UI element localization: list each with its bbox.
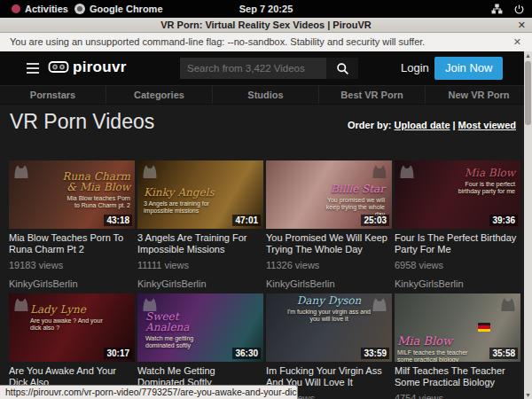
search-input[interactable] <box>180 58 326 79</box>
video-thumbnail[interactable]: Mia BlowMILF teaches the teacher some pr… <box>395 293 520 362</box>
order-by-separator: | <box>453 120 456 130</box>
nav-item-categories[interactable]: Categories <box>106 86 213 104</box>
video-thumbnail[interactable]: Lady LyneAre you awake ? And your dick a… <box>9 293 135 362</box>
system-top-bar: Activities Google Chrome Sep 7 20:25 <box>0 0 532 18</box>
video-thumbnail[interactable]: Runa Charm & Mia BlowMia Blow teaches Po… <box>9 160 135 229</box>
video-card[interactable]: Kinky Angels3 Angels are training for im… <box>137 160 263 293</box>
video-card[interactable]: Mia BlowFour is the perfect birthday par… <box>395 160 520 293</box>
main-nav: Pornstars Categories Studios Best VR Por… <box>0 85 532 105</box>
video-views: 6958 views <box>395 260 520 270</box>
video-thumbnail[interactable]: Kinky Angels3 Angels are training for im… <box>137 160 263 229</box>
video-studio-link[interactable]: KinkyGirlsBerlin <box>266 278 392 289</box>
thumb-overlay-text: Billie StarYou promised we will keep try… <box>321 184 385 218</box>
video-duration-badge: 25:03 <box>361 215 389 226</box>
menu-hamburger-icon[interactable] <box>27 63 39 74</box>
studio-cat-logo-icon <box>499 297 517 312</box>
video-card[interactable]: Lady LyneAre you awake ? And your dick a… <box>9 293 135 399</box>
video-card[interactable]: Billie StarYou promised we will keep try… <box>266 160 392 293</box>
video-duration-badge: 47:01 <box>232 215 261 226</box>
site-logo-text: pirouvr <box>73 59 127 76</box>
order-by-most-viewed-link[interactable]: Most viewed <box>458 120 516 130</box>
video-duration-badge: 39:36 <box>489 215 518 226</box>
nav-item-new-vr[interactable]: New VR Porn <box>426 86 532 104</box>
video-thumbnail[interactable]: Dany DysonI'm fucking your virgin ass an… <box>266 293 392 362</box>
order-by-label: Order by: <box>348 120 392 130</box>
video-card[interactable]: Sweet AnalenaWatch me getting dominated … <box>137 293 263 399</box>
login-link[interactable]: Login <box>401 61 429 74</box>
video-title-link[interactable]: Milf Teaches The Teacher Some Practical … <box>395 365 520 388</box>
video-thumbnail[interactable]: Sweet AnalenaWatch me getting dominated … <box>137 293 263 362</box>
video-title-link[interactable]: Four Is The Perfect Birthday Party For M… <box>395 232 520 255</box>
order-by-bar: Order by: Upload date|Most viewed <box>348 120 516 130</box>
vr-goggles-icon <box>48 60 69 74</box>
video-title-link[interactable]: 3 Angels Are Training For Impossible Mis… <box>137 232 263 255</box>
browser-viewport: pirouvr Login Join Now Pornstars Categor… <box>0 51 532 399</box>
video-duration-badge: 35:58 <box>489 348 518 359</box>
video-duration-badge: 43:18 <box>104 215 132 226</box>
thumb-overlay-text: Lady LyneAre you awake ? And your dick a… <box>30 304 105 332</box>
site-header: pirouvr Login Join Now <box>0 51 532 85</box>
thumb-overlay-text: Sweet AnalenaWatch me getting dominated … <box>145 311 216 349</box>
video-studio-link[interactable]: KinkyGirlsBerlin <box>137 278 263 289</box>
site-logo[interactable]: pirouvr <box>48 59 127 76</box>
video-views: 11111 views <box>137 260 263 270</box>
scrollbar-down-arrow-icon[interactable]: ▼ <box>524 391 532 399</box>
video-views: 19183 views <box>9 260 135 270</box>
video-views: 11326 views <box>266 260 392 270</box>
page-title: VR Porn Videos <box>10 110 154 134</box>
infobar-close-icon[interactable]: ✕ <box>513 33 521 51</box>
infobar-message: You are using an unsupported command-lin… <box>10 36 425 47</box>
studio-cat-logo-icon <box>12 164 30 179</box>
scrollbar-thumb[interactable] <box>525 61 531 125</box>
status-bar-url: https://pirouvr.com/vr-porn-video/779325… <box>0 385 298 399</box>
nav-item-best-vr[interactable]: Best VR Porn <box>319 86 426 104</box>
studio-cat-logo-icon <box>398 164 416 179</box>
order-by-upload-date-link[interactable]: Upload date <box>395 120 450 130</box>
studio-cat-logo-icon <box>12 297 30 312</box>
nav-item-studios[interactable]: Studios <box>213 86 319 104</box>
video-thumbnail[interactable]: Mia BlowFour is the perfect birthday par… <box>395 160 520 229</box>
video-views: 4754 views <box>395 393 520 399</box>
video-card[interactable]: Dany DysonI'm fucking your virgin ass an… <box>266 293 392 399</box>
studio-cat-logo-icon <box>371 164 388 179</box>
video-title-link[interactable]: You Promised We Will Keep Trying The Who… <box>266 232 392 255</box>
video-duration-badge: 36:30 <box>232 348 261 359</box>
studio-cat-logo-icon <box>141 164 159 179</box>
sandbox-warning-infobar: You are using an unsupported command-lin… <box>0 33 532 51</box>
clock[interactable]: Sep 7 20:25 <box>0 0 532 18</box>
search-icon <box>336 62 349 75</box>
video-studio-link[interactable]: KinkyGirlsBerlin <box>9 278 135 289</box>
scrollbar-up-arrow-icon[interactable]: ▲ <box>524 51 532 59</box>
window-titlebar: VR Porn: Virtual Reality Sex Videos | Pi… <box>0 18 532 33</box>
nav-item-pornstars[interactable]: Pornstars <box>0 86 106 104</box>
thumb-overlay-text: Mia BlowMILF teaches the teacher some pr… <box>397 336 482 362</box>
search-button[interactable] <box>326 58 358 79</box>
join-now-button[interactable]: Join Now <box>434 57 503 80</box>
video-card[interactable]: Mia BlowMILF teaches the teacher some pr… <box>395 293 520 399</box>
video-card[interactable]: Runa Charm & Mia BlowMia Blow teaches Po… <box>9 160 135 293</box>
video-studio-link[interactable]: KinkyGirlsBerlin <box>395 278 520 289</box>
vertical-scrollbar[interactable]: ▲ ▼ <box>524 51 532 399</box>
window-close-icon[interactable]: ✕ <box>518 18 526 33</box>
thumb-overlay-text: Kinky Angels3 Angels are training for im… <box>144 187 215 215</box>
window-title: VR Porn: Virtual Reality Sex Videos | Pi… <box>160 20 371 30</box>
german-flag-icon <box>478 323 490 332</box>
video-duration-badge: 30:17 <box>104 348 132 359</box>
video-title-link[interactable]: Mia Blow Teaches Porn To Runa Charm Pt 2 <box>9 232 135 255</box>
network-tree-icon[interactable] <box>491 4 503 15</box>
thumb-overlay-text: Dany DysonI'm fucking your virgin ass an… <box>284 295 374 323</box>
video-thumbnail[interactable]: Billie StarYou promised we will keep try… <box>266 160 392 229</box>
thumb-overlay-text: Runa Charm & Mia BlowMia Blow teaches Po… <box>61 171 130 209</box>
thumb-overlay-text: Mia BlowFour is the perfect birthday par… <box>455 168 515 195</box>
video-duration-badge: 33:59 <box>361 348 389 359</box>
power-icon[interactable] <box>513 4 525 15</box>
